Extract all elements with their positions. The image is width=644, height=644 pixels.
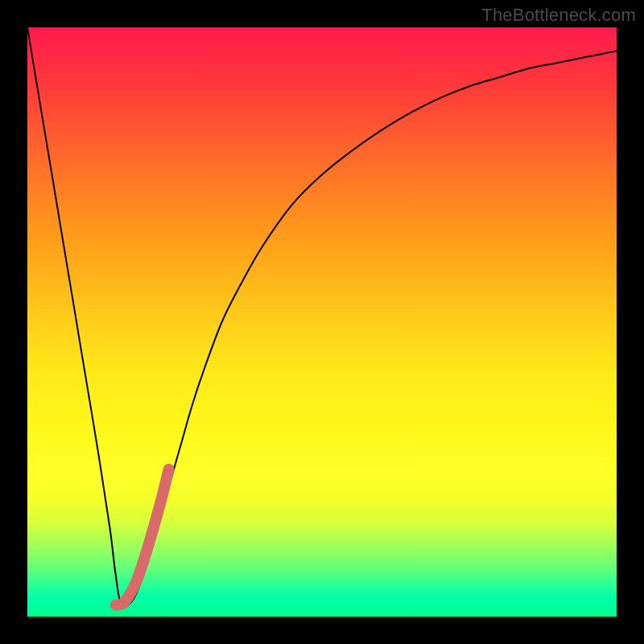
bottleneck-curve bbox=[27, 27, 617, 607]
watermark-text: TheBottleneck.com bbox=[481, 5, 636, 26]
plot-area bbox=[27, 27, 617, 617]
curve-svg bbox=[27, 27, 617, 617]
highlight-segment bbox=[116, 469, 169, 605]
chart-frame: TheBottleneck.com bbox=[0, 0, 644, 644]
